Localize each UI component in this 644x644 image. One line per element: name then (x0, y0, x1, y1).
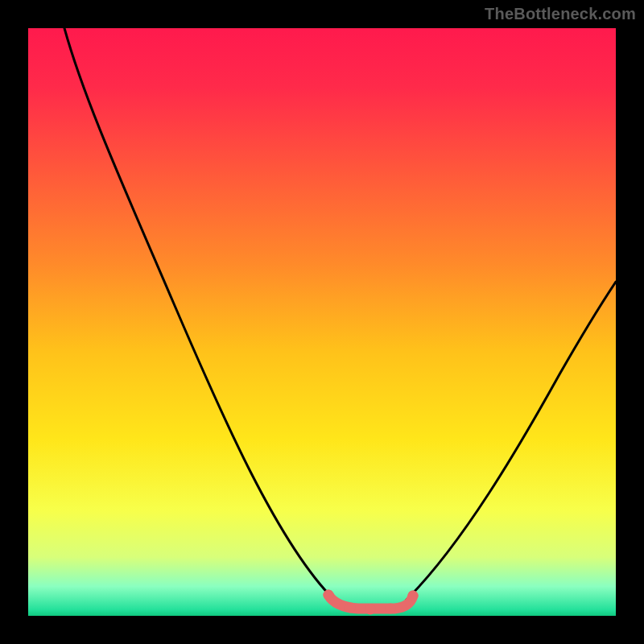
watermark-text: TheBottleneck.com (485, 5, 636, 23)
chart-stage: TheBottleneck.com (0, 0, 644, 644)
chart-gradient-area (28, 28, 616, 616)
